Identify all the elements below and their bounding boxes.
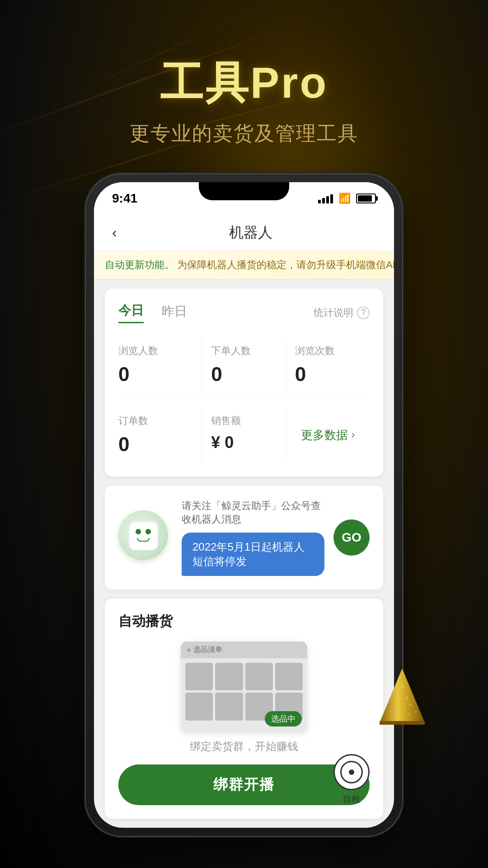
tabs-row: 今日 昨日 统计说明 ? [118,302,370,323]
nav-title: 机器人 [122,223,380,243]
views-cell: 浏览次数 0 [286,337,370,393]
orders-label: 订单数 [118,414,202,428]
notification-content: 请关注「鲸灵云助手」公众号查收机器人消息 2022年5月1日起机器人短信将停发 [182,499,324,576]
svg-point-5 [405,697,408,699]
bind-button[interactable]: 绑群开播 [118,764,370,805]
views-label: 浏览次数 [295,344,370,358]
orders-placed-cell: 下单人数 0 [202,337,286,393]
notification-message: 2022年5月1日起机器人短信将停发 [182,533,324,576]
status-notch [199,182,289,200]
phone-inner: 9:41 📶 [94,182,394,828]
svg-point-12 [414,710,417,713]
svg-point-9 [389,710,392,713]
broadcast-preview: 选品清单 [118,642,370,732]
sales-cell: 销售额 ¥ 0 [202,407,286,463]
battery-icon [356,193,376,203]
warning-text: 自动更新功能。 为保障机器人播货的稳定，请勿升级手机端微信APP [105,258,394,272]
help-icon: ? [357,307,370,319]
status-time: 9:41 [112,191,137,206]
more-data-label: 更多数据 [301,427,348,443]
stats-help-label: 统计说明 [314,306,353,320]
tab-today[interactable]: 今日 [118,302,144,323]
warning-banner: 自动更新功能。 为保障机器人播货的稳定，请勿升级手机端微信APP [94,251,394,279]
svg-point-4 [396,694,399,697]
self-check-icon [333,754,370,790]
orders-value: 0 [118,433,202,456]
title-section: 工具Pro 更专业的卖货及管理工具 [130,0,358,147]
status-bar: 9:41 📶 [94,182,394,215]
sales-value: ¥ 0 [211,433,285,452]
visitors-label: 浏览人数 [118,344,202,358]
broadcast-section: 自动播货 选品清单 [105,599,383,819]
phone-mockup: 9:41 📶 [86,174,402,836]
orders-cell: 订单数 0 [118,407,202,463]
svg-point-11 [408,712,410,715]
svg-point-10 [399,712,401,715]
phone-outer: 9:41 📶 [86,174,402,836]
signal-icon [318,193,333,203]
stats-card: 今日 昨日 统计说明 ? 浏览人数 0 下单人数 [105,288,383,476]
svg-point-7 [403,706,406,708]
page-wrapper: 工具Pro 更专业的卖货及管理工具 9:41 [0,0,488,868]
tab-yesterday[interactable]: 昨日 [162,303,187,323]
stats-help[interactable]: 统计说明 ? [314,306,370,320]
more-data-cell[interactable]: 更多数据 › [286,407,370,463]
warning-prefix: 自动更新功能。 [105,259,174,270]
main-title: 工具Pro [130,54,358,113]
orders-placed-value: 0 [211,363,285,386]
self-check-button[interactable]: 自检 [333,754,370,805]
wifi-icon: 📶 [338,193,351,204]
nav-bar: ‹ 机器人 [94,215,394,251]
warning-content: 为保障机器人播货的稳定，请勿升级手机端微信APP [177,259,394,270]
broadcast-badge: 选品中 [265,711,302,726]
back-button[interactable]: ‹ [108,220,122,245]
broadcast-title: 自动播货 [118,612,370,631]
sales-label: 销售额 [211,414,285,428]
orders-placed-label: 下单人数 [211,344,285,358]
self-check-label: 自检 [343,793,361,805]
more-data-button[interactable]: 更多数据 › [301,427,355,443]
robot-avatar [118,510,173,565]
stats-grid-row1: 浏览人数 0 下单人数 0 浏览次数 0 [118,337,370,393]
go-button[interactable]: GO [333,519,370,556]
views-value: 0 [295,363,370,386]
chevron-right-icon: › [352,429,355,441]
svg-point-3 [400,685,404,689]
gold-hat-decoration [375,669,429,736]
svg-point-6 [394,703,397,706]
notification-title: 请关注「鲸灵云助手」公众号查收机器人消息 [182,499,324,526]
svg-point-8 [409,703,412,706]
notification-card: 请关注「鲸灵云助手」公众号查收机器人消息 2022年5月1日起机器人短信将停发 … [105,486,383,590]
svg-marker-1 [380,669,425,723]
sub-title: 更专业的卖货及管理工具 [130,120,358,147]
visitors-value: 0 [118,363,202,386]
broadcast-desc: 绑定卖货群，开始赚钱 [118,739,370,754]
status-icons: 📶 [318,193,376,204]
visitors-cell: 浏览人数 0 [118,337,202,393]
stats-grid-row2: 订单数 0 销售额 ¥ 0 更多数据 › [118,397,370,463]
